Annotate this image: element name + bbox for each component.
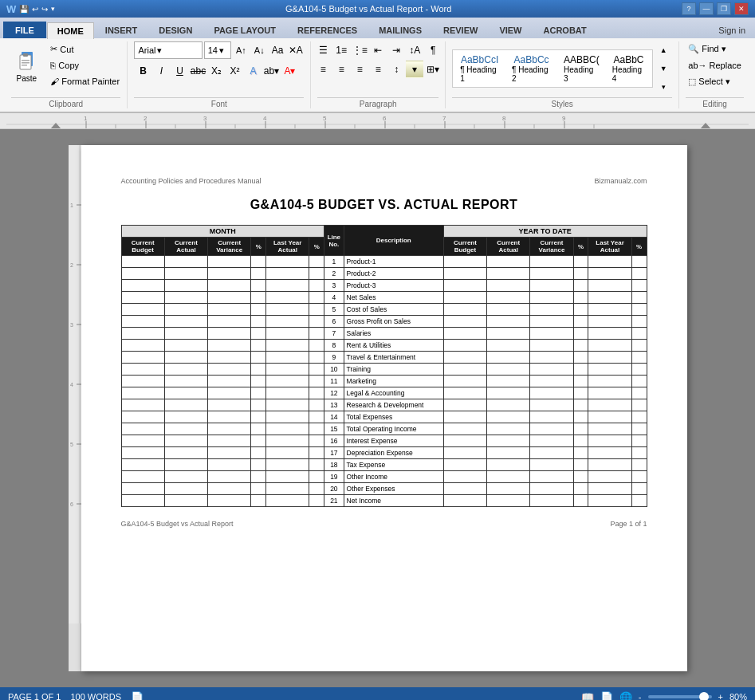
styles-scroll-up[interactable]: ▲ (655, 41, 672, 59)
line-spacing-button[interactable]: ↕ (387, 61, 405, 78)
font-name-selector[interactable]: Arial ▾ (134, 41, 202, 59)
tab-acrobat[interactable]: ACROBAT (533, 22, 597, 38)
table-row: 10Training (121, 364, 647, 376)
tab-mailings[interactable]: MAILINGS (368, 22, 432, 38)
sort-button[interactable]: ↕A (406, 41, 423, 59)
shrink-font-button[interactable]: A↓ (251, 41, 268, 59)
style-heading4[interactable]: AaBbC Heading 4 (607, 52, 651, 85)
borders-button[interactable]: ⊞▾ (424, 61, 442, 78)
tab-design[interactable]: DESIGN (148, 22, 203, 38)
tab-home[interactable]: HOME (47, 22, 94, 39)
tab-insert[interactable]: INSERT (95, 22, 147, 38)
print-layout-icon[interactable]: 📄 (600, 691, 613, 701)
paragraph-row1: ☰ 1≡ ⋮≡ ⇤ ⇥ ↕A ¶ (314, 41, 442, 59)
read-mode-icon[interactable]: 📖 (581, 691, 594, 701)
strikethrough-button[interactable]: abc (189, 62, 206, 80)
tab-view[interactable]: VIEW (489, 22, 532, 38)
tab-review[interactable]: REVIEW (433, 22, 488, 38)
justify-button[interactable]: ≡ (369, 61, 387, 78)
bold-button[interactable]: B (134, 62, 151, 80)
line-number-cell: 11 (324, 376, 344, 387)
col-ytd-curr-actual: CurrentActual (487, 238, 530, 256)
replace-button[interactable]: ab→ Replace (684, 58, 745, 73)
text-highlight-button[interactable]: ab▾ (262, 62, 280, 80)
svg-rect-4 (22, 62, 29, 64)
style-heading2[interactable]: AaBbCc ¶ Heading 2 (506, 52, 556, 85)
find-button[interactable]: 🔍 Find ▾ (684, 41, 729, 57)
document-title: G&A104-5 BUDGET VS. ACTUAL REPORT (121, 198, 647, 212)
superscript-button[interactable]: X² (226, 62, 243, 80)
styles-scroll-down[interactable]: ▼ (655, 60, 672, 77)
svg-text:5: 5 (70, 442, 73, 447)
style-heading3[interactable]: AABBC( Heading 3 (558, 52, 605, 85)
svg-text:6: 6 (70, 501, 73, 507)
copy-button[interactable]: ⎘Copy (46, 58, 124, 73)
font-size-selector[interactable]: 14 ▾ (204, 41, 231, 59)
clear-format-button[interactable]: ✕A (287, 41, 304, 59)
numbering-button[interactable]: 1≡ (332, 41, 350, 59)
col-month-curr-variance: CurrentVariance (208, 238, 251, 256)
description-cell: Legal & Accounting (344, 387, 443, 399)
cut-button[interactable]: ✂Cut (46, 41, 124, 57)
help-button[interactable]: ? (682, 2, 696, 15)
align-left-button[interactable]: ≡ (314, 61, 332, 78)
description-cell: Salaries (344, 328, 443, 340)
format-painter-button[interactable]: 🖌Format Painter (46, 74, 124, 88)
description-cell: Training (344, 364, 443, 376)
zoom-in-button[interactable]: + (718, 692, 723, 700)
line-number-cell: 15 (324, 423, 344, 435)
font-color-button[interactable]: A▾ (281, 62, 298, 80)
description-cell: Product-3 (344, 280, 443, 292)
table-row: 7Salaries (121, 328, 647, 340)
title-bar: W 💾 ↩ ↪ ▾ G&A104-5 Budget vs Actual Repo… (0, 0, 755, 18)
description-cell: Net Income (344, 495, 443, 507)
page-footer: G&A104-5 Budget vs Actual Report Page 1 … (121, 520, 647, 528)
col-ytd-curr-variance: CurrentVariance (530, 238, 573, 256)
italic-button[interactable]: I (152, 62, 170, 80)
shading-button[interactable]: ▾ (406, 61, 423, 78)
table-row: 4Net Sales (121, 292, 647, 304)
zoom-slider[interactable] (648, 695, 712, 698)
web-layout-icon[interactable]: 🌐 (619, 691, 632, 701)
tab-references[interactable]: REFERENCES (287, 22, 368, 38)
decrease-indent-button[interactable]: ⇤ (369, 41, 387, 59)
multilevel-button[interactable]: ⋮≡ (351, 41, 368, 59)
description-cell: Rent & Utilities (344, 340, 443, 352)
quick-access-save[interactable]: 💾 (19, 5, 29, 14)
change-case-button[interactable]: Aa (269, 41, 286, 59)
proofing-icon[interactable]: 📄 (131, 691, 144, 701)
font-format-row: B I U abc X₂ X² A ab▾ A▾ (134, 62, 304, 80)
svg-text:9: 9 (562, 115, 566, 122)
quick-access-redo[interactable]: ↪ (41, 5, 48, 14)
quick-access-undo[interactable]: ↩ (32, 5, 38, 14)
underline-button[interactable]: U (171, 62, 188, 80)
styles-expand[interactable]: ▾ (655, 78, 672, 96)
restore-button[interactable]: ❐ (717, 2, 731, 15)
select-button[interactable]: ⬚ Select ▾ (684, 74, 734, 89)
align-center-button[interactable]: ≡ (332, 61, 350, 78)
zoom-level[interactable]: 80% (729, 692, 747, 700)
description-cell: Product-1 (344, 256, 443, 268)
ruler-svg: 1 2 3 4 5 6 7 8 9 (6, 113, 749, 129)
increase-indent-button[interactable]: ⇥ (387, 41, 405, 59)
bullets-button[interactable]: ☰ (314, 41, 332, 59)
subscript-button[interactable]: X₂ (207, 62, 225, 80)
tab-file[interactable]: FILE (3, 22, 46, 38)
clipboard-small-buttons: ✂Cut ⎘Copy 🖌Format Painter (46, 41, 124, 88)
show-marks-button[interactable]: ¶ (424, 41, 442, 59)
style-heading1[interactable]: AaBbCcI ¶ Heading 1 (454, 52, 505, 85)
description-cell: Depreciation Expense (344, 447, 443, 459)
paste-button[interactable]: Paste (8, 41, 45, 88)
col-month-lastyear-pct: % (309, 238, 324, 256)
close-button[interactable]: ✕ (734, 2, 749, 15)
tab-page-layout[interactable]: PAGE LAYOUT (203, 22, 286, 38)
ribbon-content: Paste ✂Cut ⎘Copy 🖌Format Painter Clipboa… (0, 38, 755, 113)
line-number-cell: 20 (324, 483, 344, 495)
zoom-out-button[interactable]: - (639, 692, 642, 700)
text-effects-button[interactable]: A (244, 62, 261, 80)
minimize-button[interactable]: — (699, 2, 714, 15)
sign-in-button[interactable]: Sign in (712, 22, 752, 38)
align-right-button[interactable]: ≡ (351, 61, 368, 78)
grow-font-button[interactable]: A↑ (233, 41, 250, 59)
page-info: PAGE 1 OF 1 (8, 692, 61, 700)
